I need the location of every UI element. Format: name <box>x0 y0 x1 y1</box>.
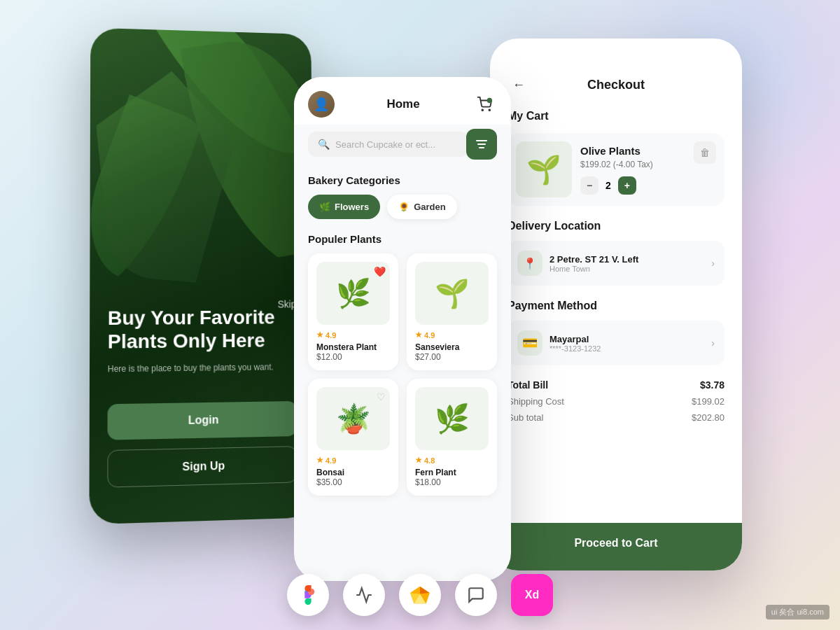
sanseviera-rating: ★ 4.9 <box>415 330 489 340</box>
cart-item: 🌱 Olive Plants $199.02 (-4.00 Tax) − 2 +… <box>507 133 724 206</box>
sanseviera-image: 🌱 <box>415 262 489 325</box>
delivery-city: Home Town <box>550 265 638 273</box>
total-value: $3.78 <box>700 379 724 391</box>
delete-button[interactable]: 🗑 <box>694 141 716 164</box>
flowers-label: Flowers <box>335 202 369 212</box>
monstera-image: 🌿 ❤️ <box>316 262 390 325</box>
filter-button[interactable] <box>466 129 497 160</box>
login-subtitle: Here is the place to buy the plants you … <box>108 360 297 375</box>
payment-title: Payment Method <box>507 300 724 312</box>
home-header: 👤 Home <box>294 77 511 125</box>
fern-image: 🌿 <box>415 387 489 450</box>
qty-minus-button[interactable]: − <box>580 176 598 195</box>
home-screen: 👤 Home 🔍 Search Cupcake or ect... Bakery… <box>294 77 511 581</box>
checkout-body: My Cart 🌱 Olive Plants $199.02 (-4.00 Ta… <box>490 110 742 423</box>
plant-card-sanseviera[interactable]: 🌱 ★ 4.9 Sanseviera $27.00 <box>407 253 497 370</box>
shipping-row: Shipping Cost $199.02 <box>507 396 724 407</box>
heart-outline-icon[interactable]: ♡ <box>377 391 386 402</box>
fern-name: Fern Plant <box>415 468 489 477</box>
chevron-right-icon: › <box>711 258 715 269</box>
payment-icon: 💳 <box>517 330 542 356</box>
svg-point-1 <box>489 109 490 111</box>
shipping-label: Shipping Cost <box>507 396 564 407</box>
monstera-rating: ★ 4.9 <box>316 330 390 340</box>
qty-plus-button[interactable]: + <box>618 176 636 195</box>
search-placeholder: Search Cupcake or ect... <box>335 139 435 150</box>
plants-grid-row2: 🪴 ♡ ★ 4.9 Bonsai $35.00 🌿 ★ 4.8 Fern Pla… <box>308 379 497 496</box>
plant-card-fern[interactable]: 🌿 ★ 4.8 Fern Plant $18.00 <box>407 379 497 496</box>
star-icon: ★ <box>415 456 422 465</box>
bottom-tools: Xd <box>287 574 553 616</box>
delivery-row[interactable]: 📍 2 Petre. ST 21 V. Left Home Town › <box>507 241 724 286</box>
fern-price: $18.00 <box>415 477 489 487</box>
bonsai-image: 🪴 ♡ <box>316 387 390 450</box>
figma-icon[interactable] <box>287 574 329 616</box>
svg-point-2 <box>487 98 492 103</box>
location-icon: 📍 <box>517 251 542 276</box>
garden-icon: 🌻 <box>398 202 410 212</box>
chart-icon[interactable] <box>343 574 385 616</box>
login-title: Buy Your Favorite Plants Only Here <box>108 305 297 354</box>
item-price: $199.02 (-4.00 Tax) <box>580 160 685 169</box>
login-button[interactable]: Login <box>108 401 298 440</box>
signup-button[interactable]: Sign Up <box>107 446 298 488</box>
popular-title: Populer Plants <box>308 233 497 245</box>
plant-card-monstera[interactable]: 🌿 ❤️ ★ 4.9 Monstera Plant $12.00 <box>308 253 398 370</box>
delivery-address-block: 2 Petre. ST 21 V. Left Home Town <box>550 254 638 273</box>
flowers-icon: 🌿 <box>319 202 330 212</box>
checkout-title: Checkout <box>587 78 645 92</box>
sketch-icon[interactable] <box>399 574 441 616</box>
login-screen: Skip Buy Your Favorite Plants Only Here … <box>89 28 315 525</box>
quantity-controls: − 2 + <box>580 176 685 195</box>
item-name: Olive Plants <box>580 145 685 157</box>
checkout-screen: ← Checkout My Cart 🌱 Olive Plants $199.0… <box>490 38 742 570</box>
monstera-price: $12.00 <box>316 352 390 362</box>
garden-label: Garden <box>414 202 446 212</box>
avatar[interactable]: 👤 <box>308 91 335 118</box>
payment-info: 💳 Mayarpal ****-3123-1232 <box>517 330 601 356</box>
xd-label: Xd <box>525 589 539 601</box>
star-icon: ★ <box>316 456 323 465</box>
heart-icon[interactable]: ❤️ <box>374 266 386 277</box>
monstera-name: Monstera Plant <box>316 342 390 352</box>
checkout-header: ← Checkout <box>490 38 742 110</box>
delivery-title: Delivery Location <box>507 220 724 232</box>
bonsai-price: $35.00 <box>316 477 390 487</box>
fern-rating: ★ 4.8 <box>415 456 489 465</box>
item-info: Olive Plants $199.02 (-4.00 Tax) − 2 + <box>580 145 685 195</box>
popular-section: Populer Plants 🌿 ❤️ ★ 4.9 Monstera Plant… <box>294 226 511 503</box>
payment-details: Mayarpal ****-3123-1232 <box>550 334 601 353</box>
svg-marker-5 <box>411 587 421 594</box>
star-icon: ★ <box>316 330 323 340</box>
subtotal-row: Sub total $202.80 <box>507 412 724 423</box>
category-garden[interactable]: 🌻 Garden <box>387 195 457 219</box>
back-button[interactable]: ← <box>507 74 530 96</box>
categories-title: Bakery Categories <box>308 174 497 186</box>
payment-row[interactable]: 💳 Mayarpal ****-3123-1232 › <box>507 321 724 365</box>
star-icon: ★ <box>415 330 422 340</box>
cart-section-title: My Cart <box>507 110 724 122</box>
plant-card-bonsai[interactable]: 🪴 ♡ ★ 4.9 Bonsai $35.00 <box>308 379 398 496</box>
category-flowers[interactable]: 🌿 Flowers <box>308 195 380 219</box>
home-title: Home <box>386 97 419 111</box>
item-image: 🌱 <box>516 141 572 197</box>
search-row: 🔍 Search Cupcake or ect... <box>294 125 511 164</box>
cart-button[interactable] <box>472 92 497 117</box>
checkout-button[interactable]: Proceed to Cart <box>490 523 742 570</box>
svg-point-0 <box>482 109 483 111</box>
chat-icon[interactable] <box>455 574 497 616</box>
watermark: ui 矣合 ui8.com <box>766 605 830 620</box>
filter-icon <box>475 139 489 150</box>
delivery-address: 2 Petre. ST 21 V. Left <box>550 254 638 265</box>
subtotal-label: Sub total <box>507 412 543 423</box>
plants-grid-row1: 🌿 ❤️ ★ 4.9 Monstera Plant $12.00 🌱 ★ 4.9… <box>308 253 497 370</box>
adobe-xd-icon[interactable]: Xd <box>511 574 553 616</box>
sanseviera-name: Sanseviera <box>415 342 489 352</box>
categories-row: 🌿 Flowers 🌻 Garden <box>308 195 497 219</box>
search-icon: 🔍 <box>318 139 330 150</box>
categories-section: Bakery Categories 🌿 Flowers 🌻 Garden <box>294 164 511 226</box>
total-section: Total Bill $3.78 Shipping Cost $199.02 S… <box>507 379 724 423</box>
svg-marker-4 <box>420 587 430 594</box>
search-bar[interactable]: 🔍 Search Cupcake or ect... <box>308 132 469 157</box>
checkout-button-label: Proceed to Cart <box>507 537 724 550</box>
